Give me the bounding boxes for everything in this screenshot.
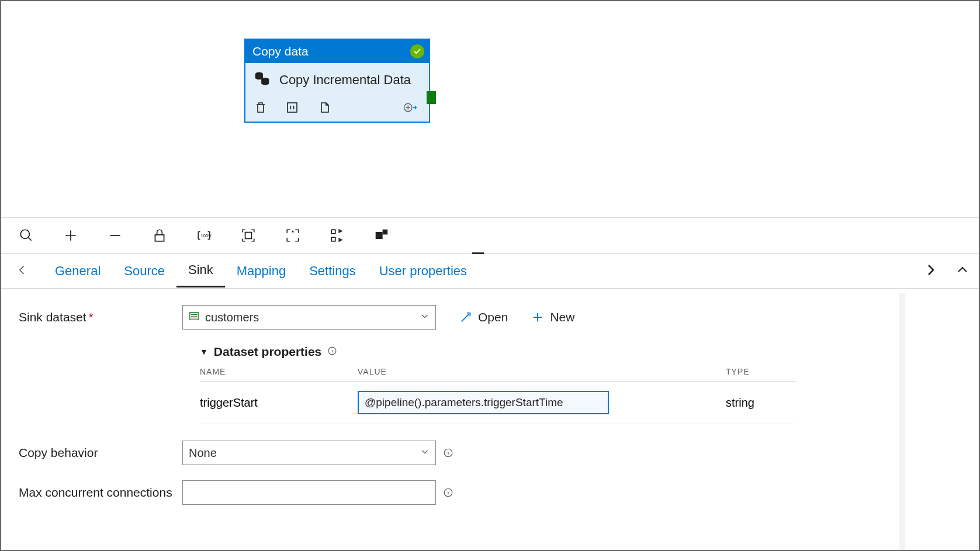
copy-behavior-row: Copy behavior None — [19, 441, 961, 465]
dataset-icon — [189, 311, 199, 324]
sink-dataset-dropdown[interactable]: customers — [182, 305, 436, 330]
table-row: triggerStart string — [200, 382, 796, 424]
lock-icon[interactable] — [151, 227, 168, 244]
tab-general[interactable]: General — [43, 255, 112, 287]
required-indicator: * — [89, 310, 94, 324]
canvas-toolbar: 100% — [1, 217, 979, 254]
col-header-type: TYPE — [726, 367, 796, 376]
tab-source[interactable]: Source — [112, 255, 176, 287]
open-label: Open — [478, 310, 508, 324]
copy-behavior-dropdown[interactable]: None — [182, 441, 436, 465]
activity-type-label: Copy data — [252, 44, 309, 58]
search-icon[interactable] — [18, 227, 35, 244]
svg-rect-7 — [245, 233, 252, 239]
param-value-input[interactable] — [358, 391, 609, 414]
col-header-value: VALUE — [358, 367, 726, 376]
add-output-icon[interactable] — [403, 101, 417, 117]
delete-icon[interactable] — [254, 101, 268, 117]
sink-dataset-value: customers — [205, 311, 414, 324]
new-label: New — [550, 310, 574, 324]
copy-behavior-value: None — [189, 446, 414, 460]
copy-behavior-label: Copy behavior — [19, 446, 182, 460]
dataset-properties-title: Dataset properties — [214, 345, 321, 359]
svg-rect-10 — [376, 233, 382, 239]
max-connections-row: Max concurrent connections — [19, 480, 961, 505]
activity-name: Copy Incremental Data — [279, 72, 411, 88]
max-connections-label: Max concurrent connections — [19, 486, 182, 500]
sink-dataset-label: Sink dataset — [19, 310, 86, 324]
tab-mapping[interactable]: Mapping — [225, 255, 297, 287]
svg-rect-8 — [331, 230, 335, 234]
svg-text:100%: 100% — [201, 233, 212, 238]
dataset-properties-section: ▼ Dataset properties NAME VALUE TYPE tri… — [200, 345, 961, 424]
minimap-icon[interactable] — [373, 227, 390, 244]
properties-tabs: General Source Sink Mapping Settings Use… — [1, 254, 979, 289]
param-type: string — [726, 396, 796, 410]
new-dataset-button[interactable]: New — [531, 310, 574, 324]
max-connections-input[interactable] — [182, 480, 436, 505]
fit-screen-icon[interactable] — [240, 227, 257, 244]
pipeline-canvas[interactable]: Copy data Copy Incremental Data — [1, 1, 979, 217]
svg-rect-5 — [155, 235, 164, 241]
fullscreen-icon[interactable] — [284, 227, 302, 244]
validation-success-icon — [410, 44, 424, 58]
collapse-panel-icon[interactable] — [955, 263, 969, 279]
sink-panel: Sink dataset* customers Open New ▼ Datas… — [1, 289, 979, 536]
svg-rect-13 — [191, 314, 198, 315]
activity-header[interactable]: Copy data — [245, 40, 429, 63]
scrollbar[interactable] — [899, 293, 905, 550]
dataset-params-table: NAME VALUE TYPE triggerStart string — [200, 367, 796, 424]
svg-rect-14 — [191, 316, 198, 317]
svg-point-4 — [20, 230, 29, 238]
svg-rect-9 — [331, 237, 335, 241]
auto-align-icon[interactable] — [328, 227, 346, 244]
tab-settings[interactable]: Settings — [297, 255, 368, 287]
tab-user-properties[interactable]: User properties — [368, 255, 479, 287]
code-icon[interactable] — [285, 101, 299, 117]
svg-rect-2 — [288, 103, 297, 112]
zoom-out-icon[interactable] — [106, 227, 124, 244]
zoom-in-icon[interactable] — [62, 227, 79, 244]
info-icon[interactable] — [443, 487, 453, 498]
clone-icon[interactable] — [317, 101, 331, 117]
chevron-down-icon — [420, 447, 430, 459]
dataset-properties-toggle[interactable]: ▼ Dataset properties — [200, 345, 961, 359]
info-icon[interactable] — [443, 448, 453, 458]
caret-down-icon: ▼ — [200, 347, 208, 356]
activity-copy-data[interactable]: Copy data Copy Incremental Data — [244, 39, 430, 123]
param-name: triggerStart — [200, 396, 358, 410]
col-header-name: NAME — [200, 367, 358, 376]
zoom-100-icon[interactable]: 100% — [195, 227, 213, 244]
tab-scroll-right-icon[interactable] — [924, 263, 938, 279]
tab-sink[interactable]: Sink — [176, 254, 225, 287]
svg-rect-15 — [191, 318, 198, 318]
output-connector-handle[interactable] — [427, 91, 436, 104]
info-icon[interactable] — [327, 345, 337, 359]
tab-scroll-left-icon[interactable] — [16, 264, 28, 278]
chevron-down-icon — [420, 311, 430, 323]
open-dataset-button[interactable]: Open — [459, 310, 508, 324]
sink-dataset-row: Sink dataset* customers Open New — [19, 305, 961, 330]
database-icon — [254, 70, 271, 90]
svg-rect-11 — [383, 230, 387, 234]
activity-body: Copy Incremental Data — [245, 63, 429, 122]
